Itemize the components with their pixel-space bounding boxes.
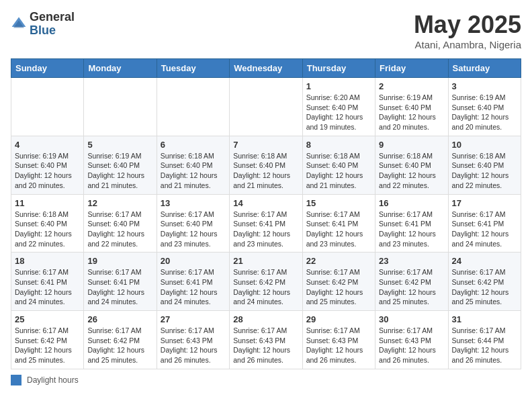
day-info: Sunrise: 6:20 AM Sunset: 6:40 PM Dayligh… [306, 93, 371, 132]
day-number: 10 [452, 140, 517, 150]
calendar-cell: 27Sunrise: 6:17 AM Sunset: 6:43 PM Dayli… [157, 311, 229, 369]
calendar-day-header: Monday [84, 59, 157, 78]
day-number: 26 [87, 314, 152, 324]
calendar-cell: 4Sunrise: 6:19 AM Sunset: 6:40 PM Daylig… [11, 136, 84, 194]
calendar-cell: 8Sunrise: 6:18 AM Sunset: 6:40 PM Daylig… [302, 136, 375, 194]
calendar-cell: 5Sunrise: 6:19 AM Sunset: 6:40 PM Daylig… [84, 136, 157, 194]
day-number: 16 [379, 198, 444, 208]
day-number: 28 [233, 314, 298, 324]
day-number: 9 [379, 140, 444, 150]
day-info: Sunrise: 6:18 AM Sunset: 6:40 PM Dayligh… [306, 151, 371, 191]
day-number: 1 [306, 81, 371, 91]
logo: General Blue [11, 11, 75, 38]
title-block: May 2025 Atani, Anambra, Nigeria [414, 11, 521, 50]
calendar-cell [11, 78, 84, 136]
day-info: Sunrise: 6:17 AM Sunset: 6:41 PM Dayligh… [379, 210, 444, 249]
day-number: 25 [15, 314, 80, 324]
day-number: 7 [233, 140, 298, 150]
day-info: Sunrise: 6:17 AM Sunset: 6:41 PM Dayligh… [233, 210, 298, 249]
calendar-cell: 30Sunrise: 6:17 AM Sunset: 6:43 PM Dayli… [375, 311, 448, 369]
calendar-week-row: 25Sunrise: 6:17 AM Sunset: 6:42 PM Dayli… [11, 311, 521, 369]
day-number: 24 [452, 256, 517, 266]
day-info: Sunrise: 6:17 AM Sunset: 6:41 PM Dayligh… [452, 210, 517, 249]
calendar-cell: 17Sunrise: 6:17 AM Sunset: 6:41 PM Dayli… [448, 194, 521, 253]
calendar-cell: 24Sunrise: 6:17 AM Sunset: 6:42 PM Dayli… [448, 253, 521, 311]
calendar-cell: 29Sunrise: 6:17 AM Sunset: 6:43 PM Dayli… [302, 311, 375, 369]
calendar-cell [157, 78, 229, 136]
calendar-cell: 1Sunrise: 6:20 AM Sunset: 6:40 PM Daylig… [302, 78, 375, 136]
day-info: Sunrise: 6:17 AM Sunset: 6:41 PM Dayligh… [306, 210, 371, 249]
day-number: 19 [87, 256, 152, 266]
day-info: Sunrise: 6:17 AM Sunset: 6:42 PM Dayligh… [15, 326, 80, 365]
day-info: Sunrise: 6:19 AM Sunset: 6:40 PM Dayligh… [15, 151, 80, 191]
calendar-cell: 3Sunrise: 6:19 AM Sunset: 6:40 PM Daylig… [448, 78, 521, 136]
day-number: 4 [15, 140, 80, 150]
day-info: Sunrise: 6:17 AM Sunset: 6:43 PM Dayligh… [306, 326, 371, 365]
day-info: Sunrise: 6:17 AM Sunset: 6:43 PM Dayligh… [233, 326, 298, 365]
calendar-cell: 28Sunrise: 6:17 AM Sunset: 6:43 PM Dayli… [230, 311, 302, 369]
calendar-day-header: Thursday [302, 59, 375, 78]
day-number: 20 [161, 256, 226, 266]
day-number: 13 [161, 198, 226, 208]
day-info: Sunrise: 6:17 AM Sunset: 6:40 PM Dayligh… [87, 210, 152, 249]
day-number: 15 [306, 198, 371, 208]
calendar-day-header: Friday [375, 59, 448, 78]
day-info: Sunrise: 6:17 AM Sunset: 6:41 PM Dayligh… [87, 267, 152, 307]
page-header: General Blue May 2025 Atani, Anambra, Ni… [11, 11, 521, 50]
day-info: Sunrise: 6:17 AM Sunset: 6:42 PM Dayligh… [233, 267, 298, 307]
day-number: 31 [452, 314, 517, 324]
day-number: 22 [306, 256, 371, 266]
day-number: 2 [379, 81, 444, 91]
calendar-cell: 20Sunrise: 6:17 AM Sunset: 6:41 PM Dayli… [157, 253, 229, 311]
calendar-cell: 22Sunrise: 6:17 AM Sunset: 6:42 PM Dayli… [302, 253, 375, 311]
calendar-cell [230, 78, 302, 136]
day-info: Sunrise: 6:17 AM Sunset: 6:44 PM Dayligh… [452, 326, 517, 365]
day-number: 27 [161, 314, 226, 324]
day-number: 21 [233, 256, 298, 266]
day-info: Sunrise: 6:17 AM Sunset: 6:42 PM Dayligh… [379, 267, 444, 307]
day-info: Sunrise: 6:17 AM Sunset: 6:42 PM Dayligh… [452, 267, 517, 307]
day-info: Sunrise: 6:17 AM Sunset: 6:40 PM Dayligh… [161, 210, 226, 249]
logo-icon [11, 16, 27, 32]
calendar-day-header: Sunday [11, 59, 84, 78]
calendar-cell: 15Sunrise: 6:17 AM Sunset: 6:41 PM Dayli… [302, 194, 375, 253]
calendar-week-row: 11Sunrise: 6:18 AM Sunset: 6:40 PM Dayli… [11, 194, 521, 253]
calendar-cell: 23Sunrise: 6:17 AM Sunset: 6:42 PM Dayli… [375, 253, 448, 311]
day-number: 29 [306, 314, 371, 324]
calendar-cell: 12Sunrise: 6:17 AM Sunset: 6:40 PM Dayli… [84, 194, 157, 253]
day-number: 8 [306, 140, 371, 150]
day-info: Sunrise: 6:17 AM Sunset: 6:41 PM Dayligh… [161, 267, 226, 307]
calendar-week-row: 4Sunrise: 6:19 AM Sunset: 6:40 PM Daylig… [11, 136, 521, 194]
day-info: Sunrise: 6:17 AM Sunset: 6:42 PM Dayligh… [87, 326, 152, 365]
day-number: 5 [87, 140, 152, 150]
location: Atani, Anambra, Nigeria [414, 39, 521, 50]
calendar-day-header: Wednesday [230, 59, 302, 78]
calendar-cell: 16Sunrise: 6:17 AM Sunset: 6:41 PM Dayli… [375, 194, 448, 253]
day-number: 17 [452, 198, 517, 208]
calendar-cell: 2Sunrise: 6:19 AM Sunset: 6:40 PM Daylig… [375, 78, 448, 136]
day-number: 23 [379, 256, 444, 266]
calendar-day-header: Tuesday [157, 59, 229, 78]
calendar-cell: 14Sunrise: 6:17 AM Sunset: 6:41 PM Dayli… [230, 194, 302, 253]
calendar-cell: 13Sunrise: 6:17 AM Sunset: 6:40 PM Dayli… [157, 194, 229, 253]
day-info: Sunrise: 6:18 AM Sunset: 6:40 PM Dayligh… [15, 210, 80, 249]
day-number: 11 [15, 198, 80, 208]
calendar-cell: 18Sunrise: 6:17 AM Sunset: 6:41 PM Dayli… [11, 253, 84, 311]
month-title: May 2025 [414, 11, 521, 39]
day-number: 3 [452, 81, 517, 91]
logo-blue: Blue [30, 24, 75, 38]
day-info: Sunrise: 6:17 AM Sunset: 6:43 PM Dayligh… [161, 326, 226, 365]
calendar-table: SundayMondayTuesdayWednesdayThursdayFrid… [11, 58, 521, 369]
calendar-cell: 31Sunrise: 6:17 AM Sunset: 6:44 PM Dayli… [448, 311, 521, 369]
calendar-cell: 25Sunrise: 6:17 AM Sunset: 6:42 PM Dayli… [11, 311, 84, 369]
calendar-cell: 26Sunrise: 6:17 AM Sunset: 6:42 PM Dayli… [84, 311, 157, 369]
day-number: 18 [15, 256, 80, 266]
day-info: Sunrise: 6:17 AM Sunset: 6:43 PM Dayligh… [379, 326, 444, 365]
day-info: Sunrise: 6:18 AM Sunset: 6:40 PM Dayligh… [452, 151, 517, 191]
day-number: 14 [233, 198, 298, 208]
legend-label: Daylight hours [27, 375, 79, 385]
calendar-week-row: 18Sunrise: 6:17 AM Sunset: 6:41 PM Dayli… [11, 253, 521, 311]
logo-text: General Blue [30, 11, 75, 38]
day-info: Sunrise: 6:19 AM Sunset: 6:40 PM Dayligh… [87, 151, 152, 191]
day-number: 30 [379, 314, 444, 324]
